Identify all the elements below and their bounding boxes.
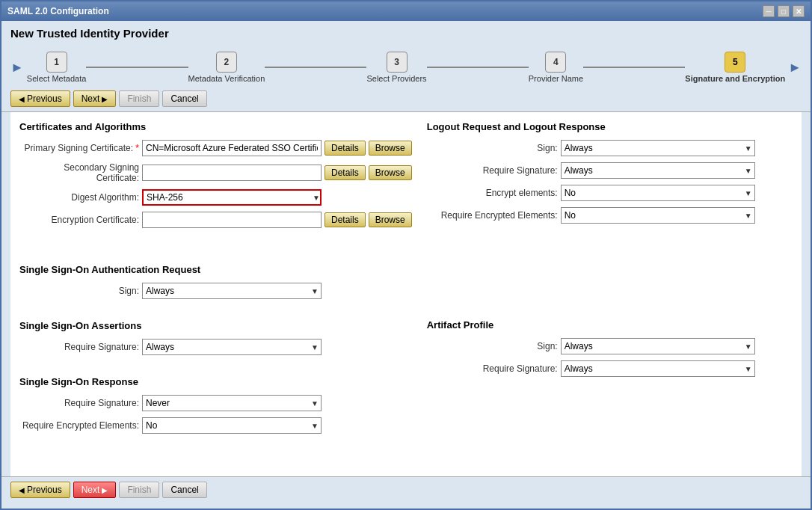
digest-algo-row: Digest Algorithm: SHA-256 SHA-1 SHA-384 … bbox=[19, 189, 412, 206]
logout-req-enc-select[interactable]: No Yes bbox=[561, 207, 755, 224]
encryption-cert-input[interactable] bbox=[142, 212, 322, 228]
step-1-circle: 1 bbox=[46, 52, 67, 73]
encryption-cert-label: Encryption Certificate: bbox=[19, 215, 139, 225]
logout-req-sig-label: Require Signature: bbox=[427, 165, 558, 176]
sso-response-sig-row: Require Signature: Always Never Optional… bbox=[19, 395, 412, 411]
step-line-1 bbox=[86, 67, 188, 68]
minimize-button[interactable]: ─ bbox=[763, 5, 775, 17]
logout-req-enc-wrapper: No Yes ▼ bbox=[561, 207, 755, 224]
saml-config-window: SAML 2.0 Configuration ─ □ ✕ New Trusted… bbox=[0, 0, 812, 510]
previous-button-bottom[interactable]: ◀ Previous bbox=[10, 482, 70, 498]
window-title: SAML 2.0 Configuration bbox=[7, 6, 109, 16]
logout-encrypt-select[interactable]: No Yes bbox=[561, 185, 755, 201]
left-panel: Certificates and Algorithms Primary Sign… bbox=[19, 121, 412, 467]
sso-assertions-sig-wrapper: Always Never Optional ▼ bbox=[142, 339, 322, 355]
step-line-2 bbox=[265, 67, 366, 68]
step-end-arrow: ► bbox=[788, 60, 802, 76]
primary-cert-browse-button[interactable]: Browse bbox=[369, 141, 412, 156]
step-1-label: Select Metadata bbox=[27, 74, 87, 83]
content-area: New Trusted Identity Provider ► 1 Select… bbox=[1, 21, 811, 509]
cancel-button-bottom[interactable]: Cancel bbox=[162, 482, 206, 498]
step-2-circle: 2 bbox=[216, 52, 237, 73]
next-arrow-icon: ▶ bbox=[102, 95, 108, 103]
previous-button-top[interactable]: ◀ Previous bbox=[10, 90, 70, 107]
step-5-label: Signature and Encryption bbox=[685, 74, 785, 83]
artifact-req-sig-row: Require Signature: Always Never ▼ bbox=[427, 360, 793, 377]
finish-button-bottom[interactable]: Finish bbox=[119, 482, 159, 498]
logout-section-title: Logout Request and Logout Response bbox=[427, 121, 793, 132]
artifact-req-sig-label: Require Signature: bbox=[427, 363, 558, 374]
logout-encrypt-row: Encrypt elements: No Yes ▼ bbox=[427, 185, 793, 201]
logout-sign-row: Sign: Always Never ▼ bbox=[427, 140, 793, 156]
artifact-req-sig-select[interactable]: Always Never bbox=[561, 360, 755, 377]
required-marker: * bbox=[135, 143, 139, 153]
certs-section-title: Certificates and Algorithms bbox=[19, 121, 412, 132]
step-2: 2 Metadata Verification bbox=[188, 52, 265, 83]
primary-cert-row: Primary Signing Certificate: * Details B… bbox=[19, 140, 412, 156]
sso-response-enc-wrapper: No Yes ▼ bbox=[142, 417, 322, 434]
artifact-sign-row: Sign: Always Never ▼ bbox=[427, 338, 793, 354]
primary-cert-details-button[interactable]: Details bbox=[325, 141, 366, 156]
logout-sign-select[interactable]: Always Never bbox=[561, 140, 755, 156]
wizard-steps: ► 1 Select Metadata 2 Metadata Verificat… bbox=[1, 46, 811, 86]
nav-buttons-top: ◀ Previous Next ▶ Finish Cancel bbox=[1, 86, 811, 112]
logout-req-sig-row: Require Signature: Always Never ▼ bbox=[427, 162, 793, 179]
next-button-bottom[interactable]: Next ▶ bbox=[73, 482, 117, 498]
bottom-strip bbox=[1, 503, 811, 509]
window-controls: ─ □ ✕ bbox=[763, 5, 805, 17]
logout-sign-wrapper: Always Never ▼ bbox=[561, 140, 755, 156]
sso-response-enc-select[interactable]: No Yes bbox=[142, 417, 322, 434]
secondary-cert-input[interactable] bbox=[142, 165, 322, 181]
sso-response-enc-row: Require Encrypted Elements: No Yes ▼ bbox=[19, 417, 412, 434]
cancel-button-top[interactable]: Cancel bbox=[162, 90, 206, 107]
encryption-cert-details-button[interactable]: Details bbox=[325, 212, 366, 227]
primary-cert-input[interactable] bbox=[142, 140, 322, 156]
sso-assertions-section-title: Single Sign-On Assertions bbox=[19, 320, 412, 331]
secondary-cert-row: Secondary Signing Certificate: Details B… bbox=[19, 162, 412, 183]
previous-bottom-arrow-icon: ◀ bbox=[19, 486, 25, 494]
logout-sign-label: Sign: bbox=[427, 143, 558, 153]
step-start-arrow: ► bbox=[10, 60, 24, 76]
next-bottom-arrow-icon: ▶ bbox=[102, 486, 108, 494]
step-3: 3 Select Providers bbox=[366, 52, 426, 83]
sso-response-section-title: Single Sign-On Response bbox=[19, 376, 412, 387]
step-5: 5 Signature and Encryption bbox=[685, 52, 785, 83]
sso-response-sig-wrapper: Always Never Optional ▼ bbox=[142, 395, 322, 411]
finish-button-top[interactable]: Finish bbox=[119, 90, 159, 107]
sso-assertions-sig-row: Require Signature: Always Never Optional… bbox=[19, 339, 412, 355]
sso-auth-section-title: Single Sign-On Authentication Request bbox=[19, 264, 412, 275]
close-button[interactable]: ✕ bbox=[793, 5, 805, 17]
sso-auth-sign-row: Sign: Always Never As Needed ▼ bbox=[19, 283, 412, 299]
step-5-circle: 5 bbox=[725, 52, 745, 73]
sso-auth-sign-wrapper: Always Never As Needed ▼ bbox=[142, 283, 322, 299]
next-button-top[interactable]: Next ▶ bbox=[73, 90, 117, 107]
sso-auth-sign-select[interactable]: Always Never As Needed bbox=[142, 283, 322, 299]
secondary-cert-label: Secondary Signing Certificate: bbox=[19, 162, 139, 183]
sso-response-sig-select[interactable]: Always Never Optional bbox=[142, 395, 322, 411]
nav-buttons-bottom: ◀ Previous Next ▶ Finish Cancel bbox=[1, 476, 811, 503]
encryption-cert-browse-button[interactable]: Browse bbox=[369, 212, 412, 227]
secondary-cert-browse-button[interactable]: Browse bbox=[369, 165, 412, 180]
right-panel: Logout Request and Logout Response Sign:… bbox=[427, 121, 793, 467]
sso-response-enc-label: Require Encrypted Elements: bbox=[19, 420, 139, 431]
step-line-3 bbox=[427, 67, 529, 68]
step-1: 1 Select Metadata bbox=[27, 52, 87, 83]
artifact-sign-select[interactable]: Always Never bbox=[561, 338, 755, 354]
logout-req-sig-select[interactable]: Always Never bbox=[561, 162, 755, 179]
step-3-label: Select Providers bbox=[366, 74, 426, 83]
primary-cert-label: Primary Signing Certificate: * bbox=[19, 143, 139, 153]
logout-req-enc-row: Require Encrypted Elements: No Yes ▼ bbox=[427, 207, 793, 224]
step-line-4 bbox=[583, 67, 685, 68]
secondary-cert-details-button[interactable]: Details bbox=[325, 165, 366, 180]
logout-encrypt-wrapper: No Yes ▼ bbox=[561, 185, 755, 201]
sso-assertions-sig-label: Require Signature: bbox=[19, 342, 139, 352]
digest-algo-label: Digest Algorithm: bbox=[19, 192, 139, 203]
page-title: New Trusted Identity Provider bbox=[1, 21, 811, 46]
sso-response-sig-label: Require Signature: bbox=[19, 398, 139, 408]
maximize-button[interactable]: □ bbox=[778, 5, 790, 17]
digest-algo-select[interactable]: SHA-256 SHA-1 SHA-384 SHA-512 bbox=[142, 189, 322, 206]
title-bar: SAML 2.0 Configuration ─ □ ✕ bbox=[1, 1, 811, 21]
sso-assertions-sig-select[interactable]: Always Never Optional bbox=[142, 339, 322, 355]
artifact-section-title: Artifact Profile bbox=[427, 319, 793, 331]
step-2-label: Metadata Verification bbox=[188, 74, 265, 83]
